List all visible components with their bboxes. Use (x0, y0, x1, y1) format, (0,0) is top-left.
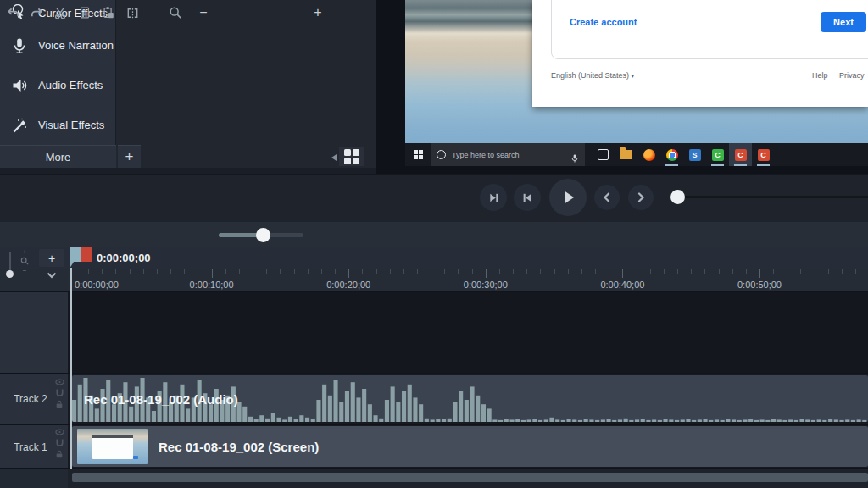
sidebar-item-audio-effects[interactable]: Audio Effects (0, 65, 116, 105)
playhead-line[interactable] (70, 268, 72, 469)
microphone-icon (11, 37, 28, 54)
audio-clip[interactable]: Rec 01-08-19_002 (Audio) (72, 375, 868, 422)
lock-icon (55, 400, 64, 408)
video-help-link: Help (812, 71, 828, 80)
wand-icon (11, 117, 28, 134)
track-1-controls[interactable] (53, 429, 65, 458)
preview-canvas[interactable]: Create account Next English (United Stat… (376, 0, 868, 174)
paste-icon (102, 6, 115, 19)
split-icon (125, 6, 140, 20)
play-button[interactable] (549, 179, 587, 216)
magnifier-icon (169, 6, 182, 19)
track-1-name: Track 1 (8, 441, 53, 453)
zoom-in-button[interactable]: + (306, 0, 330, 25)
timeline-zoom-mini-control[interactable]: + − (19, 249, 31, 280)
camtasia-recorder-icon: C (729, 143, 752, 166)
next-button[interactable] (628, 185, 654, 210)
magnet-icon (55, 388, 64, 397)
caret-down-icon: ▾ (632, 73, 635, 79)
sidebar-item-voice-narration[interactable]: Voice Narration (0, 25, 116, 65)
more-button[interactable]: More (0, 145, 116, 168)
play-icon (559, 189, 576, 206)
sidebar-item-label: Visual Effects (38, 119, 104, 131)
timeline-ruler[interactable]: 0:00:00;000:00:10;000:00:20;000:00:30;00… (0, 269, 868, 292)
magnet-icon (55, 438, 64, 447)
chevron-right-icon (636, 192, 646, 202)
screen-clip-thumbnail (77, 429, 148, 464)
paste-button[interactable] (97, 0, 120, 25)
eye-icon (55, 379, 64, 385)
screen-clip-label: Rec 01-08-19_002 (Screen) (159, 440, 319, 454)
panel-bottom-strip (0, 168, 376, 174)
audio-clip-label: Rec 01-08-19_002 (Audio) (84, 391, 238, 406)
windows-start-icon (405, 143, 431, 166)
recorded-video-frame: Create account Next English (United Stat… (405, 0, 868, 166)
track-options-button[interactable] (39, 268, 64, 282)
track-2-controls[interactable] (53, 379, 65, 408)
file-explorer-icon (615, 143, 637, 166)
split-button[interactable] (120, 0, 144, 25)
video-next-button: Next (821, 12, 866, 32)
cortana-icon (437, 150, 446, 159)
video-signin-window: Create account Next English (United Stat… (532, 0, 868, 107)
video-create-account-link: Create account (570, 17, 637, 27)
step-forward-button[interactable] (514, 184, 541, 211)
grid-icon (344, 149, 359, 164)
ruler-scale: 0:00:00;000:00:10;000:00:20;000:00:30;00… (68, 269, 868, 292)
chevron-left-icon (602, 192, 612, 202)
mic-icon (570, 151, 579, 159)
mini-magnifier-icon (20, 257, 29, 265)
track-2-name: Track 2 (8, 393, 53, 405)
playhead-out-handle[interactable] (81, 247, 92, 262)
camtasia-recorder-icon-2: C (752, 143, 775, 166)
lane-divider (0, 324, 868, 324)
redo-button[interactable] (25, 0, 48, 25)
undo-icon (6, 6, 20, 20)
previous-button[interactable] (594, 185, 620, 210)
preview-scrub-track[interactable] (678, 196, 868, 198)
task-view-icon (592, 143, 615, 166)
zoom-tool-button[interactable] (164, 0, 187, 25)
video-windows-taskbar: Type here to search SCCC (405, 143, 868, 166)
collapse-arrow-icon (331, 154, 337, 161)
zoom-out-button[interactable]: − (192, 0, 215, 25)
lock-icon (55, 450, 64, 458)
taskbar-app-icons: SCCC (592, 143, 775, 166)
speaker-icon (11, 77, 28, 94)
scissors-icon (53, 6, 68, 20)
chevron-down-icon (47, 272, 57, 279)
horizontal-scrollbar-thumb[interactable] (72, 473, 868, 482)
redo-icon (30, 6, 44, 20)
preview-scrub-handle[interactable] (670, 190, 685, 204)
copy-icon (78, 6, 92, 19)
screen-clip[interactable]: Rec 01-08-19_002 (Screen) (72, 426, 868, 467)
sidebar-item-visual-effects[interactable]: Visual Effects (0, 105, 116, 145)
add-tab-button[interactable]: + (118, 145, 141, 168)
undo-button[interactable] (1, 0, 25, 25)
camtasia-icon: C (706, 143, 729, 166)
step-backward-button[interactable] (480, 184, 507, 211)
video-language-selector: English (United States) ▾ (551, 71, 634, 80)
cut-button[interactable] (48, 0, 72, 25)
sidebar-item-label: Voice Narration (38, 39, 114, 52)
camtasia-window: Cursor Effects Voice Narration Audio Eff… (0, 0, 868, 488)
current-time-label: 0:00:00;00 (97, 252, 151, 264)
sidebar-item-label: Audio Effects (38, 79, 103, 92)
step-backward-icon (487, 191, 500, 204)
eye-icon (55, 429, 64, 435)
timeline-toolbar (0, 222, 868, 247)
track-height-slider-handle[interactable] (6, 270, 14, 278)
scrollbar-gutter (0, 469, 68, 488)
video-privacy-link: Privacy (839, 71, 865, 80)
zoom-slider-handle[interactable] (256, 228, 270, 242)
search-placeholder: Type here to search (452, 151, 565, 159)
firefox-icon (637, 143, 660, 166)
video-search-box: Type here to search (431, 143, 585, 166)
copy-button[interactable] (73, 0, 97, 25)
chrome-icon (660, 143, 683, 166)
add-track-button[interactable]: + (39, 249, 64, 267)
panel-grid-button[interactable] (339, 147, 364, 166)
step-forward-icon (521, 191, 534, 204)
snagit-icon: S (683, 143, 706, 166)
